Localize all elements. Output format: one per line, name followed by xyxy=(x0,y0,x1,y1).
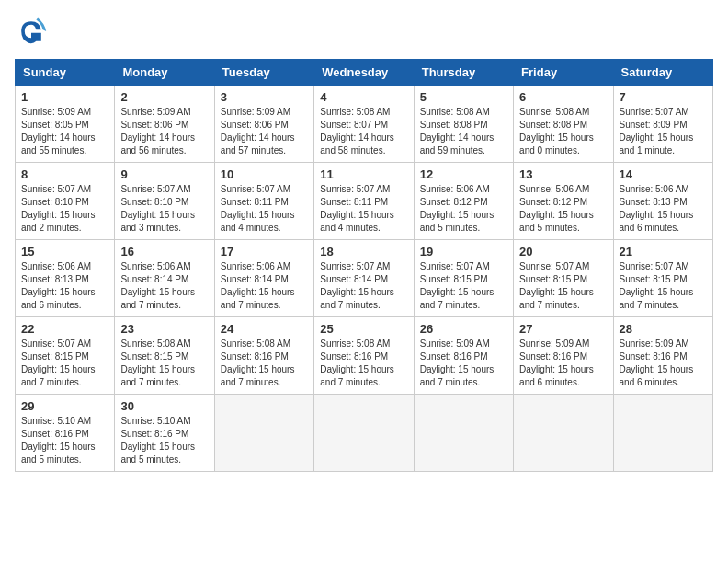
day-number: 17 xyxy=(221,245,308,259)
calendar-cell xyxy=(214,395,313,472)
day-number: 4 xyxy=(320,90,407,104)
calendar-cell: 1Sunrise: 5:09 AMSunset: 8:05 PMDaylight… xyxy=(16,86,115,163)
day-info: Sunrise: 5:10 AMSunset: 8:16 PMDaylight:… xyxy=(120,416,195,465)
calendar-cell xyxy=(613,395,712,472)
calendar-cell: 13Sunrise: 5:06 AMSunset: 8:12 PMDayligh… xyxy=(514,163,613,240)
calendar-cell: 2Sunrise: 5:09 AMSunset: 8:06 PMDaylight… xyxy=(115,86,214,163)
day-number: 18 xyxy=(320,245,407,259)
day-info: Sunrise: 5:07 AMSunset: 8:14 PMDaylight:… xyxy=(320,261,394,310)
day-info: Sunrise: 5:08 AMSunset: 8:07 PMDaylight:… xyxy=(320,107,394,155)
calendar-cell: 16Sunrise: 5:06 AMSunset: 8:14 PMDayligh… xyxy=(115,240,214,317)
day-info: Sunrise: 5:07 AMSunset: 8:10 PMDaylight:… xyxy=(120,184,195,233)
calendar-cell: 26Sunrise: 5:09 AMSunset: 8:16 PMDayligh… xyxy=(414,317,513,395)
calendar-cell: 9Sunrise: 5:07 AMSunset: 8:10 PMDaylight… xyxy=(115,163,214,240)
day-number: 25 xyxy=(320,322,407,336)
day-number: 6 xyxy=(519,90,607,104)
day-number: 30 xyxy=(120,399,208,413)
day-info: Sunrise: 5:08 AMSunset: 8:16 PMDaylight:… xyxy=(320,339,394,387)
day-header-monday: Monday xyxy=(115,60,214,86)
calendar-cell: 29Sunrise: 5:10 AMSunset: 8:16 PMDayligh… xyxy=(16,395,115,472)
day-info: Sunrise: 5:06 AMSunset: 8:13 PMDaylight:… xyxy=(620,184,694,233)
calendar-table: SundayMondayTuesdayWednesdayThursdayFrid… xyxy=(15,59,713,472)
day-info: Sunrise: 5:07 AMSunset: 8:15 PMDaylight:… xyxy=(620,261,694,310)
day-number: 20 xyxy=(519,245,607,259)
calendar-cell: 21Sunrise: 5:07 AMSunset: 8:15 PMDayligh… xyxy=(613,240,712,317)
day-number: 13 xyxy=(519,167,607,181)
day-info: Sunrise: 5:09 AMSunset: 8:05 PMDaylight:… xyxy=(21,107,96,155)
day-info: Sunrise: 5:09 AMSunset: 8:16 PMDaylight:… xyxy=(420,339,495,387)
calendar-cell: 30Sunrise: 5:10 AMSunset: 8:16 PMDayligh… xyxy=(115,395,214,472)
calendar-cell: 17Sunrise: 5:06 AMSunset: 8:14 PMDayligh… xyxy=(214,240,313,317)
logo-icon xyxy=(15,15,48,48)
calendar-week-3: 15Sunrise: 5:06 AMSunset: 8:13 PMDayligh… xyxy=(16,240,713,317)
day-header-wednesday: Wednesday xyxy=(314,60,414,86)
day-number: 3 xyxy=(221,90,308,104)
day-header-tuesday: Tuesday xyxy=(214,60,313,86)
day-info: Sunrise: 5:09 AMSunset: 8:06 PMDaylight:… xyxy=(221,107,295,155)
day-number: 19 xyxy=(420,245,507,259)
day-info: Sunrise: 5:09 AMSunset: 8:16 PMDaylight:… xyxy=(519,339,594,387)
calendar-week-2: 8Sunrise: 5:07 AMSunset: 8:10 PMDaylight… xyxy=(16,163,713,240)
calendar-cell: 8Sunrise: 5:07 AMSunset: 8:10 PMDaylight… xyxy=(16,163,115,240)
day-info: Sunrise: 5:06 AMSunset: 8:13 PMDaylight:… xyxy=(21,261,96,310)
day-number: 14 xyxy=(620,167,707,181)
day-info: Sunrise: 5:10 AMSunset: 8:16 PMDaylight:… xyxy=(21,416,96,465)
day-number: 12 xyxy=(420,167,507,181)
day-number: 23 xyxy=(120,322,208,336)
day-info: Sunrise: 5:07 AMSunset: 8:11 PMDaylight:… xyxy=(320,184,394,233)
calendar-cell xyxy=(514,395,613,472)
calendar-cell: 5Sunrise: 5:08 AMSunset: 8:08 PMDaylight… xyxy=(414,86,513,163)
calendar-cell: 12Sunrise: 5:06 AMSunset: 8:12 PMDayligh… xyxy=(414,163,513,240)
day-header-thursday: Thursday xyxy=(414,60,513,86)
calendar-cell: 4Sunrise: 5:08 AMSunset: 8:07 PMDaylight… xyxy=(314,86,414,163)
day-number: 24 xyxy=(221,322,308,336)
day-number: 27 xyxy=(519,322,607,336)
calendar-week-5: 29Sunrise: 5:10 AMSunset: 8:16 PMDayligh… xyxy=(16,395,713,472)
calendar-cell: 23Sunrise: 5:08 AMSunset: 8:15 PMDayligh… xyxy=(115,317,214,395)
calendar-cell xyxy=(314,395,414,472)
day-number: 8 xyxy=(21,167,108,181)
calendar-cell: 10Sunrise: 5:07 AMSunset: 8:11 PMDayligh… xyxy=(214,163,313,240)
calendar-cell xyxy=(414,395,513,472)
day-header-sunday: Sunday xyxy=(16,60,115,86)
day-info: Sunrise: 5:09 AMSunset: 8:16 PMDaylight:… xyxy=(620,339,694,387)
day-number: 21 xyxy=(620,245,707,259)
day-info: Sunrise: 5:07 AMSunset: 8:11 PMDaylight:… xyxy=(221,184,295,233)
day-info: Sunrise: 5:06 AMSunset: 8:14 PMDaylight:… xyxy=(120,261,195,310)
calendar-cell: 27Sunrise: 5:09 AMSunset: 8:16 PMDayligh… xyxy=(514,317,613,395)
day-header-friday: Friday xyxy=(514,60,613,86)
day-number: 2 xyxy=(120,90,208,104)
day-number: 29 xyxy=(21,399,108,413)
calendar-cell: 25Sunrise: 5:08 AMSunset: 8:16 PMDayligh… xyxy=(314,317,414,395)
calendar-cell: 22Sunrise: 5:07 AMSunset: 8:15 PMDayligh… xyxy=(16,317,115,395)
day-info: Sunrise: 5:06 AMSunset: 8:12 PMDaylight:… xyxy=(519,184,594,233)
day-info: Sunrise: 5:07 AMSunset: 8:10 PMDaylight:… xyxy=(21,184,96,233)
day-number: 9 xyxy=(120,167,208,181)
day-header-saturday: Saturday xyxy=(613,60,712,86)
day-number: 5 xyxy=(420,90,507,104)
calendar-cell: 14Sunrise: 5:06 AMSunset: 8:13 PMDayligh… xyxy=(613,163,712,240)
day-number: 28 xyxy=(620,322,707,336)
day-info: Sunrise: 5:08 AMSunset: 8:08 PMDaylight:… xyxy=(519,107,594,155)
calendar-cell: 18Sunrise: 5:07 AMSunset: 8:14 PMDayligh… xyxy=(314,240,414,317)
logo xyxy=(15,15,51,48)
calendar-cell: 7Sunrise: 5:07 AMSunset: 8:09 PMDaylight… xyxy=(613,86,712,163)
day-number: 26 xyxy=(420,322,507,336)
day-number: 11 xyxy=(320,167,407,181)
calendar-cell: 3Sunrise: 5:09 AMSunset: 8:06 PMDaylight… xyxy=(214,86,313,163)
day-info: Sunrise: 5:07 AMSunset: 8:15 PMDaylight:… xyxy=(420,261,495,310)
calendar-cell: 24Sunrise: 5:08 AMSunset: 8:16 PMDayligh… xyxy=(214,317,313,395)
calendar-cell: 19Sunrise: 5:07 AMSunset: 8:15 PMDayligh… xyxy=(414,240,513,317)
day-info: Sunrise: 5:08 AMSunset: 8:16 PMDaylight:… xyxy=(221,339,295,387)
day-number: 15 xyxy=(21,245,108,259)
day-number: 22 xyxy=(21,322,108,336)
calendar-cell: 6Sunrise: 5:08 AMSunset: 8:08 PMDaylight… xyxy=(514,86,613,163)
calendar-cell: 11Sunrise: 5:07 AMSunset: 8:11 PMDayligh… xyxy=(314,163,414,240)
day-info: Sunrise: 5:06 AMSunset: 8:12 PMDaylight:… xyxy=(420,184,495,233)
day-number: 7 xyxy=(620,90,707,104)
calendar-cell: 20Sunrise: 5:07 AMSunset: 8:15 PMDayligh… xyxy=(514,240,613,317)
calendar-cell: 15Sunrise: 5:06 AMSunset: 8:13 PMDayligh… xyxy=(16,240,115,317)
day-info: Sunrise: 5:08 AMSunset: 8:08 PMDaylight:… xyxy=(420,107,495,155)
day-info: Sunrise: 5:07 AMSunset: 8:15 PMDaylight:… xyxy=(21,339,96,387)
day-info: Sunrise: 5:07 AMSunset: 8:15 PMDaylight:… xyxy=(519,261,594,310)
